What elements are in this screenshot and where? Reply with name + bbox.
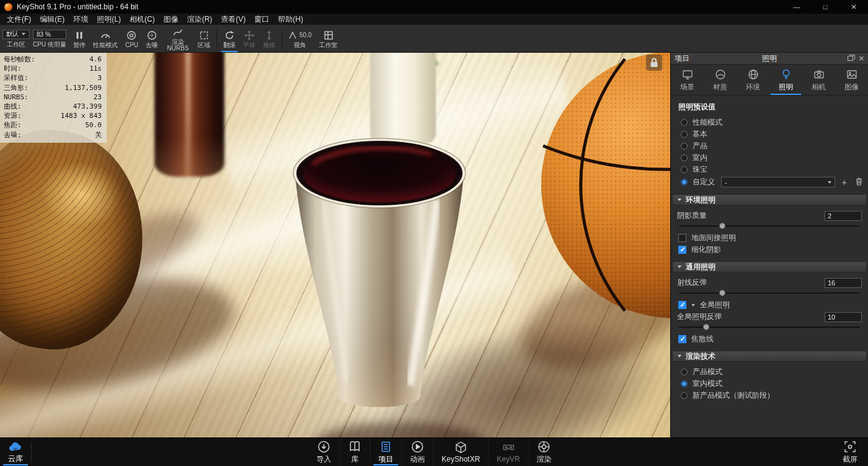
image-icon (846, 68, 858, 81)
gi-bounces-slider[interactable] (679, 323, 860, 331)
shadow-quality-slider[interactable] (679, 222, 860, 230)
tab-environment[interactable]: 环境 (737, 65, 769, 95)
stat-denoise: 去噪:关 (4, 130, 102, 140)
keyshot-window: KeyShot 9.1 Pro - untitled.bip - 64 bit … (0, 0, 868, 466)
screenshot-button[interactable]: 截屏 (835, 438, 866, 466)
radio-icon (681, 119, 688, 126)
metal-wine-cup (280, 137, 479, 413)
section-environment-lighting[interactable]: 环境照明 (672, 194, 867, 205)
preset-basic[interactable]: 基本 (671, 128, 868, 140)
tab-scene[interactable]: 场景 (671, 65, 704, 95)
lock-icon (648, 56, 660, 69)
panel-tabs: 场景 材质 环境 照明 相机 (671, 65, 868, 96)
dolly-button[interactable]: 推移 (259, 26, 279, 52)
fov-icon (288, 31, 297, 40)
preset-interior[interactable]: 室内 (671, 152, 868, 164)
camera-lock-button[interactable] (646, 55, 662, 71)
radio-icon (681, 143, 688, 150)
tab-material[interactable]: 材质 (704, 65, 737, 95)
menu-image[interactable]: 图像 (159, 14, 183, 25)
menu-help[interactable]: 帮助(H) (273, 14, 308, 25)
menu-render[interactable]: 渲染(R) (183, 14, 217, 25)
preset-jewelry[interactable]: 珠宝 (671, 164, 868, 176)
white-ceramic-cup (370, 53, 436, 143)
cloud-icon (8, 441, 23, 453)
radio-icon (681, 155, 688, 161)
menu-window[interactable]: 窗口 (250, 14, 273, 25)
workspace-selector[interactable]: 默认 工作区 (2, 26, 30, 52)
close-panel-icon[interactable]: ✕ (859, 55, 864, 63)
section-general-lighting[interactable]: 通用照明 (672, 261, 867, 272)
delete-preset-icon[interactable] (854, 177, 864, 187)
cpu-usage-selector[interactable]: 83 % CPU 使用量 (33, 26, 66, 52)
pause-button[interactable]: 暂停 (69, 26, 89, 52)
render-button[interactable]: 渲染 (528, 438, 560, 466)
animation-button[interactable]: 动画 (401, 438, 433, 466)
ray-bounces-input[interactable]: 16 (825, 278, 862, 288)
panel-active-tab-title: 照明 (762, 53, 777, 64)
project-button[interactable]: 项目 (370, 438, 401, 466)
stat-curves: 曲线:473,399 (4, 102, 102, 111)
radio-icon (681, 131, 688, 138)
ground-indirect-row[interactable]: 地面间接照明 (671, 232, 868, 244)
preset-custom[interactable]: 自定义 - + (671, 176, 868, 189)
preset-product[interactable]: 产品 (671, 140, 868, 152)
refined-shadows-row[interactable]: 细化阴影 (671, 244, 868, 256)
fov-label: 视角 (294, 42, 306, 49)
menu-edit[interactable]: 编辑(E) (35, 14, 69, 25)
global-illumination-row[interactable]: 全局照明 (671, 299, 868, 311)
minimize-button[interactable]: — (782, 0, 811, 14)
library-icon (348, 440, 361, 454)
ray-bounces-slider[interactable] (679, 289, 860, 297)
maximize-button[interactable]: □ (811, 0, 839, 14)
add-preset-icon[interactable]: + (840, 178, 849, 187)
ray-bounces-row: 射线反弹 16 (671, 277, 868, 289)
undock-panel-icon[interactable] (848, 56, 853, 61)
custom-preset-dropdown[interactable]: - (721, 177, 835, 187)
menu-camera[interactable]: 相机(C) (125, 14, 159, 25)
menu-environment[interactable]: 环境 (69, 14, 92, 25)
cloud-library-button[interactable]: 云库 (0, 438, 31, 466)
radio-selected-icon (681, 179, 688, 186)
radio-selected-icon (681, 380, 688, 387)
tab-image[interactable]: 图像 (835, 65, 868, 95)
stat-time: 时间:11s (4, 64, 102, 73)
keyshotxr-button[interactable]: KeyShotXR (433, 438, 488, 466)
menu-file[interactable]: 文件(F) (2, 14, 35, 25)
cpu-button[interactable]: CPU (122, 26, 142, 52)
keyvr-button[interactable]: KeyVR (488, 438, 528, 466)
studio-icon (323, 30, 334, 41)
library-button[interactable]: 库 (339, 438, 370, 466)
tumble-button[interactable]: 翻滚 (219, 26, 239, 52)
toolbar-separator (281, 29, 282, 49)
render-mode-product[interactable]: 产品模式 (671, 366, 868, 378)
caustics-row[interactable]: 焦散线 (671, 333, 868, 345)
preset-performance-mode[interactable]: 性能模式 (671, 117, 868, 128)
denoise-button[interactable]: 去噪 (142, 26, 162, 52)
gi-bounces-input[interactable]: 10 (825, 312, 862, 322)
studio-button[interactable]: 工作室 (316, 26, 342, 52)
pan-button[interactable]: 平移 (239, 26, 259, 52)
performance-mode-button[interactable]: 性能模式 (89, 26, 122, 52)
tab-camera[interactable]: 相机 (802, 65, 835, 95)
toolbar: 默认 工作区 83 % CPU 使用量 暂停 性能模式 CPU 去噪 渲染NUR… (0, 25, 868, 53)
animation-icon (410, 440, 424, 454)
cpu-usage-label: CPU 使用量 (33, 40, 66, 49)
region-button[interactable]: 区域 (194, 26, 214, 52)
render-nurbs-button[interactable]: 渲染NURBS (162, 26, 194, 52)
realtime-viewport[interactable]: 每秒帧数:4.6 时间:11s 采样值:3 三角形:1,137,509 NURB… (0, 53, 670, 437)
cpu-usage-value: 83 % (37, 31, 51, 38)
shadow-quality-input[interactable]: 2 (825, 211, 862, 221)
fov-control[interactable]: 50.0 视角 (285, 26, 315, 52)
gauge-icon (100, 30, 111, 41)
render-mode-new-product[interactable]: 新产品模式（测试阶段） (671, 390, 868, 401)
close-button[interactable]: ✕ (839, 0, 868, 14)
import-button[interactable]: 导入 (308, 438, 339, 466)
tab-lighting[interactable]: 照明 (769, 65, 802, 95)
expand-icon[interactable] (691, 304, 695, 307)
menu-view[interactable]: 查看(V) (216, 14, 250, 25)
menu-lighting[interactable]: 照明(L) (92, 14, 125, 25)
tumble-icon (224, 30, 235, 41)
section-render-technique[interactable]: 渲染技术 (672, 351, 867, 362)
render-mode-interior[interactable]: 室内模式 (671, 378, 868, 390)
